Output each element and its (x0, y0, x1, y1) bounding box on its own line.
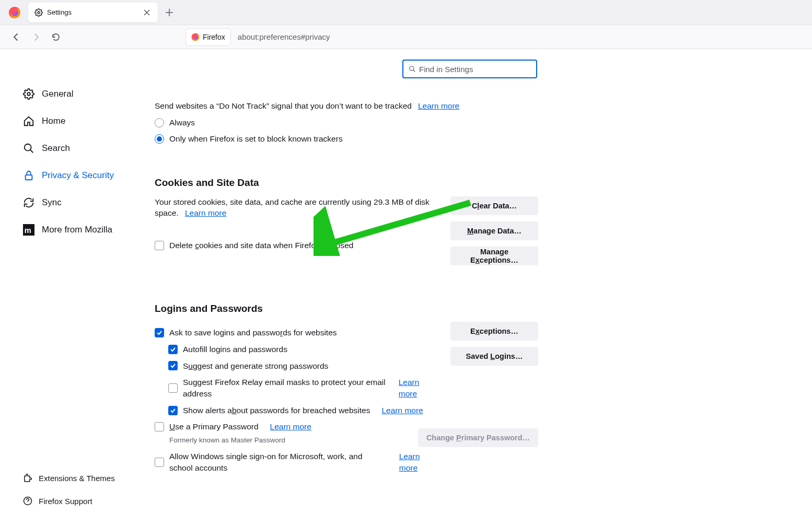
checkbox-label: Delete cookies and site data when Firefo… (169, 240, 353, 251)
new-tab-button[interactable] (161, 4, 178, 21)
url-identity-label: Firefox (203, 33, 225, 41)
checkbox-label: Suggest Firefox Relay email masks to pro… (183, 377, 387, 399)
sidebar-item-label: More from Mozilla (42, 225, 112, 235)
svg-point-5 (27, 92, 30, 96)
arrow-right-icon (31, 32, 41, 42)
alerts-checkbox[interactable]: Show alerts about passwords for breached… (168, 405, 435, 416)
sidebar-item-support[interactable]: Firefox Support (23, 489, 140, 512)
checkbox-label: Ask to save logins and passwords for web… (169, 327, 337, 338)
sidebar-item-label: Home (42, 116, 65, 126)
relay-checkbox[interactable]: Suggest Firefox Relay email masks to pro… (168, 377, 435, 399)
home-icon (23, 115, 34, 127)
checkbox-icon (155, 241, 164, 250)
radio-icon (155, 134, 164, 144)
checkbox-icon (168, 406, 178, 415)
alerts-learn-more-link[interactable]: Learn more (381, 405, 423, 416)
lock-icon (23, 170, 34, 181)
svg-text:m: m (25, 226, 31, 235)
tab-bar: Settings (0, 0, 812, 25)
sidebar: General Home Search Privacy & Security (0, 49, 140, 526)
change-primary-button: Change Primary Password… (418, 428, 538, 447)
checkbox-icon (168, 361, 178, 370)
dnt-always-radio[interactable]: Always (155, 117, 538, 128)
browser-tab[interactable]: Settings (28, 3, 158, 22)
url-identity[interactable]: Firefox (186, 29, 230, 45)
dnt-learn-more-link[interactable]: Learn more (418, 100, 459, 112)
checkbox-label: Show alerts about passwords for breached… (183, 405, 370, 416)
search-settings[interactable] (402, 60, 537, 78)
clear-data-button[interactable]: Clear Data… (450, 196, 538, 215)
sidebar-item-label: Sync (42, 197, 62, 208)
win-learn-more-link[interactable]: Learn more (399, 451, 435, 473)
sidebar-item-privacy[interactable]: Privacy & Security (23, 162, 140, 189)
search-icon (409, 65, 416, 73)
plus-icon (165, 8, 173, 17)
puzzle-icon (23, 473, 32, 483)
cookies-section-title: Cookies and Site Data (155, 176, 538, 190)
mozilla-icon: m (23, 224, 34, 236)
gear-icon (23, 88, 34, 100)
help-icon (23, 496, 32, 506)
checkbox-icon (168, 383, 178, 393)
checkbox-icon (155, 328, 164, 337)
dnt-description: Send websites a “Do Not Track” signal th… (155, 100, 412, 112)
arrow-left-icon (11, 32, 21, 42)
svg-rect-7 (26, 175, 32, 180)
ask-save-checkbox[interactable]: Ask to save logins and passwords for web… (155, 327, 435, 338)
suggest-checkbox[interactable]: Suggest and generate strong passwords (168, 360, 435, 372)
radio-icon (155, 118, 164, 127)
sidebar-item-extensions[interactable]: Extensions & Themes (23, 466, 140, 489)
sync-icon (23, 197, 34, 208)
checkbox-label: Use a Primary Password (169, 421, 259, 433)
radio-label: Only when Firefox is set to block known … (169, 133, 343, 145)
svg-point-2 (38, 11, 40, 14)
dnt-only-radio[interactable]: Only when Firefox is set to block known … (155, 133, 538, 145)
checkbox-icon (155, 458, 164, 467)
firefox-logo-icon (8, 6, 21, 19)
autofill-checkbox[interactable]: Autofill logins and passwords (168, 344, 435, 355)
sidebar-item-label: Extensions & Themes (39, 474, 115, 483)
delete-cookies-checkbox[interactable]: Delete cookies and site data when Firefo… (155, 240, 435, 251)
saved-logins-button[interactable]: Saved Logins… (450, 347, 538, 366)
checkbox-icon (168, 345, 178, 354)
search-input[interactable] (419, 65, 531, 74)
back-button[interactable] (7, 28, 25, 46)
relay-learn-more-link[interactable]: Learn more (399, 377, 435, 399)
manage-exceptions-button[interactable]: Manage Exceptions… (450, 247, 538, 265)
cookies-learn-more-link[interactable]: Learn more (185, 208, 226, 217)
url-address[interactable]: about:preferences#privacy (238, 32, 330, 41)
reload-button[interactable] (47, 28, 65, 46)
reload-icon (51, 32, 61, 42)
main-content: Send websites a “Do Not Track” signal th… (140, 49, 812, 526)
sidebar-item-label: Search (42, 143, 70, 154)
svg-point-6 (25, 144, 31, 151)
windows-sso-checkbox[interactable]: Allow Windows single sign-on for Microso… (155, 451, 435, 473)
manage-data-button[interactable]: Manage Data… (450, 221, 538, 240)
formerly-text: Formerly known as Master Password (169, 436, 435, 446)
close-icon (144, 9, 150, 16)
sidebar-item-label: General (42, 89, 73, 99)
logins-section-title: Logins and Passwords (155, 302, 538, 316)
primary-password-checkbox[interactable]: Use a Primary Password Learn more (155, 421, 435, 433)
sidebar-item-general[interactable]: General (23, 80, 140, 108)
exceptions-button[interactable]: Exceptions… (450, 322, 538, 341)
checkbox-label: Suggest and generate strong passwords (183, 360, 328, 372)
sidebar-item-search[interactable]: Search (23, 135, 140, 162)
primary-learn-more-link[interactable]: Learn more (270, 421, 311, 433)
checkbox-label: Autofill logins and passwords (183, 344, 287, 355)
checkbox-label: Allow Windows single sign-on for Microso… (169, 451, 388, 473)
svg-point-11 (410, 66, 414, 71)
checkbox-icon (155, 422, 164, 431)
sidebar-item-sync[interactable]: Sync (23, 189, 140, 216)
search-icon (23, 143, 34, 154)
close-tab-button[interactable] (142, 8, 152, 17)
sidebar-item-home[interactable]: Home (23, 108, 140, 135)
radio-label: Always (169, 117, 195, 128)
sidebar-item-label: Privacy & Security (42, 170, 114, 181)
firefox-logo-icon (191, 33, 200, 41)
gear-icon (34, 8, 43, 17)
forward-button[interactable] (27, 28, 45, 46)
sidebar-item-more[interactable]: m More from Mozilla (23, 216, 140, 243)
tab-title: Settings (47, 8, 138, 16)
sidebar-item-label: Firefox Support (39, 497, 92, 506)
